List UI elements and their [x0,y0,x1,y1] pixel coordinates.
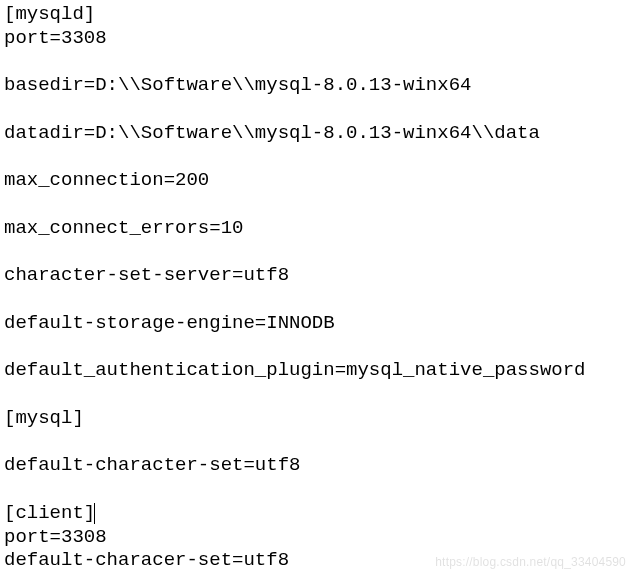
config-line: default-character-set=utf8 [4,454,300,476]
config-line: default-characer-set=utf8 [4,549,289,571]
config-line: port=3308 [4,526,107,548]
config-line: [mysqld] [4,3,95,25]
config-line: [mysql] [4,407,84,429]
config-line: max_connect_errors=10 [4,217,243,239]
config-line: port=3308 [4,27,107,49]
text-cursor [94,503,95,524]
config-line: default_authentication_plugin=mysql_nati… [4,359,586,381]
config-line: datadir=D:\\Software\\mysql-8.0.13-winx6… [4,122,540,144]
config-line: [client] [4,502,95,524]
config-line: character-set-server=utf8 [4,264,289,286]
config-line: max_connection=200 [4,169,209,191]
config-text: [mysqld] port=3308 basedir=D:\\Software\… [4,3,632,573]
config-line: default-storage-engine=INNODB [4,312,335,334]
config-line: basedir=D:\\Software\\mysql-8.0.13-winx6… [4,74,471,96]
